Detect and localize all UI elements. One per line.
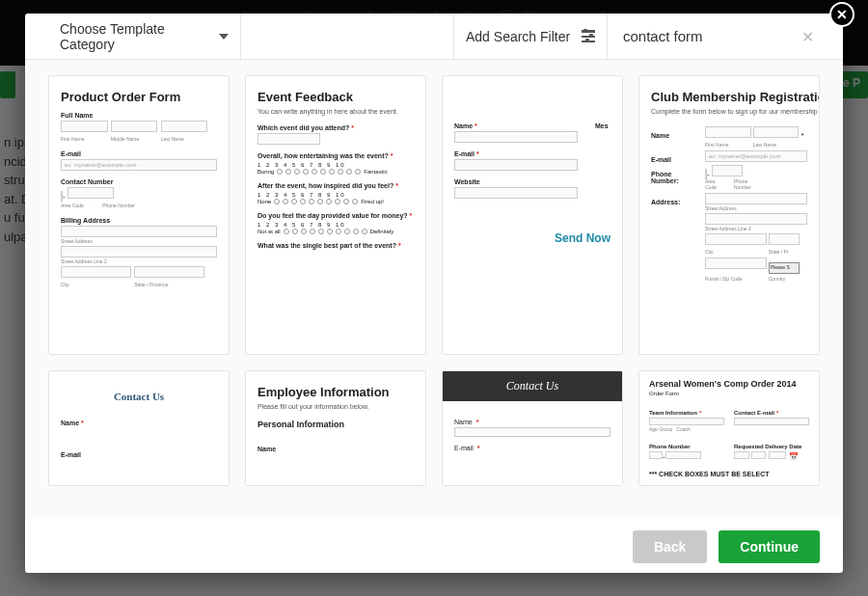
field-label: Do you feel the day provided value for m… [258, 212, 414, 219]
field-label: What was the single best part of the eve… [258, 242, 414, 249]
template-card[interactable]: Club Membership Registration Complete th… [638, 75, 820, 355]
template-grid: Product Order Form Full Name First NameM… [48, 75, 820, 486]
template-card[interactable]: Employee Information Please fill out you… [245, 370, 426, 486]
template-card[interactable]: Product Order Form Full Name First NameM… [48, 75, 230, 355]
scale-numbers: 1 2 3 4 5 6 7 8 9 10 [258, 192, 414, 198]
field-label: Address: [651, 199, 697, 205]
continue-button[interactable]: Continue [719, 530, 820, 563]
close-icon[interactable]: ✕ [829, 2, 854, 27]
field-label: Mes [595, 122, 610, 129]
search-cell: ✕ [608, 14, 820, 59]
field-label: E-mail* [454, 150, 578, 157]
sub-label: Street Address [705, 205, 807, 211]
clear-search-icon[interactable]: ✕ [801, 27, 814, 45]
template-picker-modal: ✕ Choose Template Category Add Search Fi… [25, 14, 843, 573]
sliders-icon [582, 30, 595, 43]
sub-label: Area Code [705, 178, 727, 190]
card-subtitle: Order Form [649, 391, 809, 396]
field-label: Contact E-mail* [734, 410, 809, 416]
field-label: Full Name [61, 112, 217, 119]
section-label: Personal Information [258, 420, 414, 429]
sub-label: Street Address [61, 238, 217, 244]
card-title: Club Membership Registration [651, 90, 807, 104]
template-card[interactable]: Contact Us Name* E-mail [48, 370, 230, 486]
field-label: Name [651, 132, 697, 139]
back-button[interactable]: Back [633, 530, 707, 563]
toolbar-spacer [241, 14, 453, 59]
template-card[interactable]: Arsenal Women's Comp Order 2014 Order Fo… [638, 370, 820, 486]
sub-label: City [61, 282, 131, 287]
field-label: Name* [61, 420, 217, 426]
field-placeholder: ex: myname@example.com [61, 159, 217, 171]
checkbox-warning: *** CHECK BOXES MUST BE SELECT [649, 471, 809, 477]
template-grid-wrap: Product Order Form Full Name First NameM… [25, 60, 843, 519]
sub-label: Postal / Zip Code [705, 276, 767, 282]
card-title: Employee Information [258, 385, 414, 399]
sub-label: First Name [705, 142, 751, 148]
scale-high: Fantastic [364, 169, 387, 175]
sub-label: Phone Number [102, 203, 149, 208]
chevron-down-icon [219, 34, 229, 40]
field-label: Which event did you attend?* [258, 124, 414, 131]
sub-label: Last Name [161, 136, 208, 142]
sub-label: Middle Name [111, 136, 158, 142]
field-placeholder: ex: myname@example.com [705, 150, 807, 162]
sub-label: State / Pr [769, 249, 800, 255]
country-select: Please S [769, 262, 800, 274]
category-label: Choose Template Category [60, 21, 213, 52]
field-label: E-mail [61, 451, 217, 458]
scale-numbers: 1 2 3 4 5 6 7 8 9 10 [258, 162, 414, 168]
scale-low: None [258, 199, 271, 204]
field-label: Website [454, 178, 578, 185]
field-label: E-mail [61, 150, 217, 157]
card-subtitle: You can write anything in here about the… [258, 108, 414, 115]
sub-label: First Name [61, 136, 108, 142]
sub-label: Area Code [61, 203, 95, 208]
scale-low: Boring [258, 169, 274, 175]
scale-numbers: 1 2 3 4 5 6 7 8 9 10 [258, 222, 414, 228]
card-title: Event Feedback [258, 90, 414, 104]
field-label: After the event, how inspired did you fe… [258, 182, 414, 189]
sub-label: City [705, 249, 767, 255]
field-label: Name * [454, 419, 610, 425]
scale-low: Not at all [258, 229, 281, 234]
category-dropdown[interactable]: Choose Template Category [48, 14, 241, 59]
send-now-link: Send Now [443, 212, 622, 245]
field-label: E-mail [651, 156, 697, 163]
sub-label: State / Province [134, 282, 204, 287]
card-title: Contact Us [443, 371, 622, 401]
card-subtitle: Please fill out your information below. [258, 403, 414, 410]
template-card[interactable]: Event Feedback You can write anything in… [245, 75, 426, 355]
search-input[interactable] [619, 20, 808, 52]
field-label: Overall, how entertaining was the event?… [258, 152, 414, 159]
sub-label: Phone Number [734, 178, 765, 190]
filter-label: Add Search Filter [466, 29, 570, 44]
card-title: Product Order Form [61, 90, 217, 104]
modal-toolbar: Choose Template Category Add Search Filt… [25, 14, 843, 60]
field-label: Name* [454, 122, 578, 129]
scale-high: Fired up! [361, 199, 384, 204]
sub-label: Last Name [753, 142, 800, 148]
card-title: Arsenal Women's Comp Order 2014 [649, 379, 809, 389]
sub-label: Country [769, 276, 800, 282]
field-label: Name [258, 446, 414, 452]
scale-high: Definitely [370, 229, 394, 234]
modal-footer: Back Continue [25, 519, 843, 573]
field-label: Contact Number [61, 178, 217, 185]
card-subtitle: Complete the form below to sign up for o… [651, 108, 807, 115]
field-label: E-mail * [454, 445, 610, 451]
field-label: Billing Address [61, 217, 217, 224]
field-label: Phone Number: [651, 171, 697, 184]
field-label: Team Information* [649, 410, 724, 416]
add-filter-button[interactable]: Add Search Filter [453, 14, 608, 59]
card-title: Contact Us [61, 391, 217, 402]
template-card[interactable]: Name* E-mail* Website Mes Send Now [442, 75, 623, 355]
template-card[interactable]: Contact Us Name * E-mail * [442, 370, 623, 486]
